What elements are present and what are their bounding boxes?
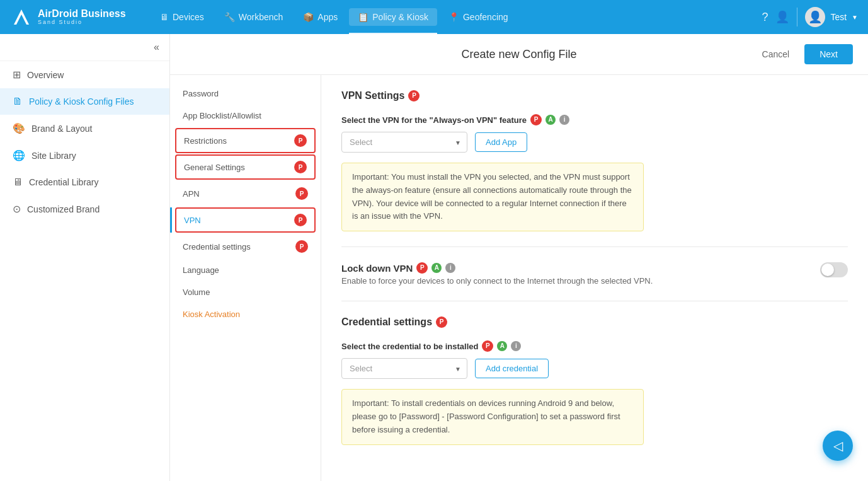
top-navigation: AirDroid Business Sand Studio 🖥 Devices … <box>0 0 868 34</box>
nav-items: 🖥 Devices 🔧 Workbench 📦 Apps 📋 Policy & … <box>151 8 762 26</box>
cancel-button[interactable]: Cancel <box>755 45 797 63</box>
lockdown-row: Lock down VPN P A i Enable to force your… <box>341 262 848 286</box>
vpn-badge: P <box>294 214 307 226</box>
credential-select-android-icon: A <box>497 341 507 351</box>
apn-badge: P <box>295 187 308 200</box>
sidebar-item-credential-library[interactable]: 🖥 Credential Library <box>0 169 169 195</box>
app-logo: AirDroid Business Sand Studio <box>10 6 136 28</box>
content-area: Password App Blocklist/Allowlist Restric… <box>170 75 868 481</box>
vpn-select-input[interactable]: Select <box>341 132 467 153</box>
credential-divider <box>341 301 848 301</box>
left-sidebar: « ⊞ Overview 🗎 Policy & Kiosk Config Fil… <box>0 34 170 481</box>
lockdown-toggle[interactable] <box>820 262 848 277</box>
user-area[interactable]: 👤 Test ▼ <box>805 7 858 27</box>
app-body: « ⊞ Overview 🗎 Policy & Kiosk Config Fil… <box>0 34 868 481</box>
config-sidebar: Password App Blocklist/Allowlist Restric… <box>170 75 321 481</box>
sidebar-item-policy-kiosk-config[interactable]: 🗎 Policy & Kiosk Config Files <box>0 88 169 115</box>
credential-add-button[interactable]: Add credential <box>475 359 549 378</box>
config-menu-kiosk-activation[interactable]: Kiosk Activation <box>170 303 321 325</box>
user-name: Test <box>830 12 847 22</box>
lockdown-info-icon[interactable]: i <box>445 263 455 273</box>
credential-select-info-icon[interactable]: i <box>511 341 521 351</box>
credential-select-platform-red: P <box>482 340 493 352</box>
sidebar-item-overview[interactable]: ⊞ Overview <box>0 61 169 88</box>
sidebar-item-brand-layout[interactable]: 🎨 Brand & Layout <box>0 115 169 142</box>
help-button[interactable]: ? <box>762 11 768 24</box>
sidebar-item-site-library[interactable]: 🌐 Site Library <box>0 142 169 169</box>
credential-select-wrapper: Select ▼ <box>341 358 467 379</box>
credential-select-row: Select ▼ Add credential <box>341 358 848 379</box>
fab-icon: ◁ <box>833 438 843 453</box>
config-menu-language[interactable]: Language <box>170 259 321 281</box>
policy-icon: 📋 <box>358 12 368 22</box>
overview-icon: ⊞ <box>13 69 21 81</box>
main-content: VPN Settings P Select the VPN for the "A… <box>321 75 868 481</box>
general-settings-badge: P <box>294 161 307 173</box>
credential-library-icon: 🖥 <box>13 177 23 188</box>
vpn-select-wrapper: Select ▼ <box>341 132 467 153</box>
logo-icon <box>10 6 33 28</box>
devices-icon: 🖥 <box>160 12 169 22</box>
sidebar-item-customized-brand[interactable]: ⊙ Customized Brand <box>0 195 169 223</box>
lockdown-desc: Enable to force your devices to only con… <box>341 276 653 286</box>
vpn-section-title: VPN Settings P <box>341 90 848 101</box>
user-icon-button[interactable]: 👤 <box>775 10 789 24</box>
vpn-active-indicator <box>170 207 172 233</box>
credential-settings-badge: P <box>295 240 308 253</box>
config-menu-app-blocklist[interactable]: App Blocklist/Allowlist <box>170 105 321 127</box>
credential-select-input[interactable]: Select <box>341 358 467 379</box>
main-area: Create new Config File Cancel Next Passw… <box>170 34 868 481</box>
page-title: Create new Config File <box>461 48 576 61</box>
config-menu-credential-settings[interactable]: Credential settings P <box>170 234 321 259</box>
page-header: Create new Config File Cancel Next <box>170 34 868 75</box>
nav-workbench[interactable]: 🔧 Workbench <box>215 8 292 26</box>
collapse-button[interactable]: « <box>154 42 159 53</box>
vpn-item-wrapper: VPN P <box>170 207 321 233</box>
vpn-add-app-button[interactable]: Add App <box>475 132 527 152</box>
credential-info-box: Important: To install credentials on dev… <box>341 389 644 444</box>
next-button[interactable]: Next <box>804 44 853 64</box>
lockdown-android-icon: A <box>431 263 442 273</box>
config-menu-restrictions[interactable]: Restrictions P <box>175 128 316 153</box>
toggle-knob <box>821 264 834 276</box>
vpn-select-platform-red: P <box>530 114 542 125</box>
config-menu-volume[interactable]: Volume <box>170 281 321 303</box>
app-subtitle: Sand Studio <box>38 20 126 26</box>
vpn-select-label: Select the VPN for the "Always-on VPN" f… <box>341 114 848 125</box>
credential-section-title: Credential settings P <box>341 316 848 328</box>
vpn-platform-icon: P <box>408 90 420 101</box>
fab-button[interactable]: ◁ <box>823 431 853 461</box>
geofencing-icon: 📍 <box>448 12 459 22</box>
app-name: AirDroid Business <box>38 8 126 20</box>
nav-geofencing[interactable]: 📍 Geofencing <box>440 8 517 26</box>
brand-icon: 🎨 <box>13 122 25 134</box>
policy-kiosk-icon: 🗎 <box>13 96 23 107</box>
lockdown-platform-red: P <box>416 262 428 274</box>
lockdown-info: Lock down VPN P A i Enable to force your… <box>341 262 653 286</box>
nav-policy-kiosk[interactable]: 📋 Policy & Kiosk <box>349 8 437 26</box>
avatar: 👤 <box>805 7 825 27</box>
config-menu-apn[interactable]: APN P <box>170 181 321 206</box>
vpn-select-android-icon: A <box>545 115 556 125</box>
credential-platform-icon: P <box>436 316 447 328</box>
credential-select-label: Select the credential to be installed P … <box>341 340 848 352</box>
config-menu-general-settings[interactable]: General Settings P <box>175 154 316 180</box>
config-menu-password[interactable]: Password <box>170 83 321 105</box>
nav-right: ? 👤 👤 Test ▼ <box>762 7 858 27</box>
apps-icon: 📦 <box>303 12 314 22</box>
config-menu-vpn[interactable]: VPN P <box>175 207 316 233</box>
vpn-info-box: Important: You must install the VPN you … <box>341 163 644 231</box>
lockdown-label: Lock down VPN P A i <box>341 262 653 274</box>
site-library-icon: 🌐 <box>13 149 25 161</box>
customized-brand-icon: ⊙ <box>13 203 21 215</box>
workbench-icon: 🔧 <box>224 12 235 22</box>
nav-apps[interactable]: 📦 Apps <box>294 8 346 26</box>
vpn-divider <box>341 246 848 247</box>
restrictions-badge: P <box>294 134 307 147</box>
chevron-down-icon: ▼ <box>852 14 858 21</box>
vpn-select-row: Select ▼ Add App <box>341 132 848 153</box>
nav-separator <box>797 8 797 26</box>
vpn-select-info-icon[interactable]: i <box>559 115 569 125</box>
nav-devices[interactable]: 🖥 Devices <box>151 8 213 26</box>
sidebar-header: « <box>0 34 169 61</box>
